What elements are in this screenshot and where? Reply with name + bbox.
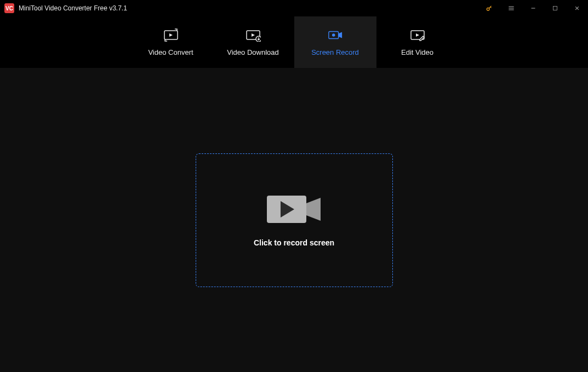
tab-edit-video[interactable]: Edit Video <box>376 16 459 68</box>
app-logo-icon: VC <box>4 3 14 13</box>
titlebar-controls <box>478 0 588 16</box>
tab-label: Video Convert <box>148 48 193 56</box>
close-icon[interactable] <box>566 0 588 16</box>
app-title: MiniTool Video Converter Free v3.7.1 <box>19 4 127 12</box>
tab-video-download[interactable]: Video Download <box>212 16 294 68</box>
main-content: Click to record screen <box>0 68 588 372</box>
camera-play-icon <box>267 193 322 225</box>
svg-point-0 <box>487 8 489 10</box>
tab-label: Video Download <box>227 48 278 56</box>
svg-rect-5 <box>553 7 557 10</box>
convert-icon <box>163 28 179 42</box>
tab-label: Screen Record <box>311 48 359 56</box>
minimize-icon[interactable] <box>522 0 544 16</box>
maximize-icon[interactable] <box>544 0 566 16</box>
download-icon <box>246 28 261 42</box>
titlebar: VC MiniTool Video Converter Free v3.7.1 <box>0 0 588 16</box>
tab-label: Edit Video <box>401 48 433 56</box>
edit-icon <box>410 28 425 42</box>
record-icon <box>328 28 343 42</box>
record-screen-button[interactable]: Click to record screen <box>196 153 393 287</box>
nav-tabs: Video Convert Video Download Screen Reco… <box>0 16 588 68</box>
svg-point-12 <box>332 33 335 37</box>
tab-screen-record[interactable]: Screen Record <box>294 16 376 68</box>
menu-icon[interactable] <box>500 0 522 16</box>
upgrade-key-icon[interactable] <box>478 0 500 16</box>
record-label: Click to record screen <box>254 238 334 247</box>
titlebar-left: VC MiniTool Video Converter Free v3.7.1 <box>4 3 127 13</box>
tab-video-convert[interactable]: Video Convert <box>130 16 212 68</box>
